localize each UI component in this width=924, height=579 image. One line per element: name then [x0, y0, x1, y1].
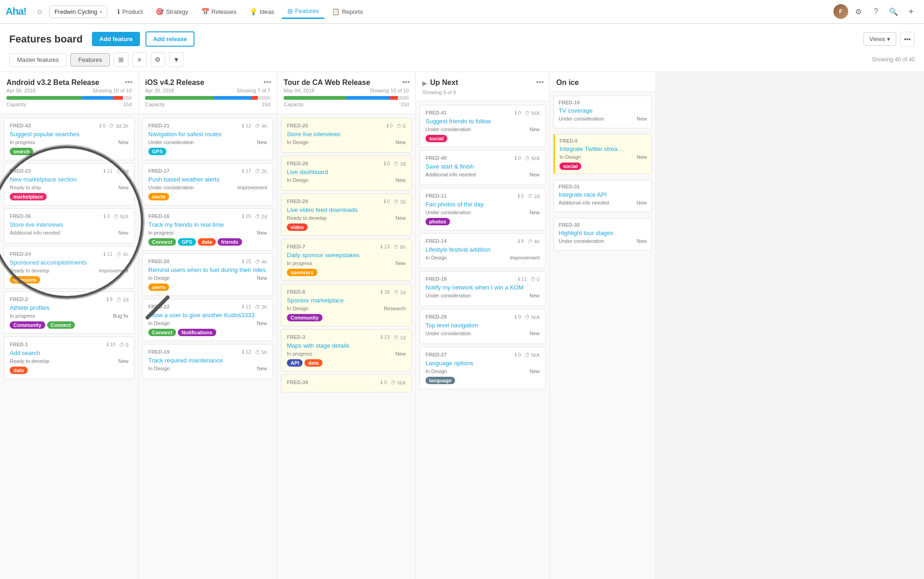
card-fred-14[interactable]: FRED-14 ℹ 8 ⏱ 4h Lifestyle festival addi…: [419, 233, 546, 268]
user-avatar[interactable]: F: [833, 4, 848, 19]
list-view-icon[interactable]: ≡: [132, 52, 147, 67]
card-title[interactable]: Save start & finish: [426, 163, 540, 170]
nav-product[interactable]: ℹ Product: [112, 5, 148, 18]
tab-master-features[interactable]: Master features: [9, 53, 67, 66]
card-fred-31[interactable]: FRED-31 Integrate race API Additional in…: [553, 180, 652, 212]
card-title[interactable]: Sponsored accomplishments: [10, 259, 128, 266]
column-more-tour[interactable]: •••: [402, 78, 410, 86]
card-fred-20[interactable]: FRED-20 ℹ 15 ⏱ 4h Remind users when to f…: [142, 253, 273, 296]
column-collapse-upnext[interactable]: ▶: [422, 79, 427, 87]
card-title[interactable]: Notify my network when I win a KOM: [426, 284, 540, 291]
card-fred-21[interactable]: FRED-21 ℹ 12 ⏱ 4h Navigation for safest …: [142, 118, 273, 160]
tag-social[interactable]: social: [559, 163, 581, 170]
tag-community[interactable]: Community: [10, 321, 45, 329]
column-more-ios[interactable]: •••: [263, 78, 271, 86]
card-fred-23[interactable]: FRED-23 ℹ 11 ⏱ 2d New marketplace sectio…: [4, 163, 134, 205]
card-title[interactable]: Add search: [10, 350, 128, 356]
grid-view-icon[interactable]: ⊞: [114, 52, 128, 67]
card-title[interactable]: Language options: [426, 360, 540, 367]
column-more-android[interactable]: •••: [125, 78, 133, 86]
column-more-upnext[interactable]: •••: [536, 78, 544, 86]
card-fred-8[interactable]: FRED-8 ℹ 18 ⏱ 2d Sponsor marketplace In …: [281, 284, 412, 326]
card-fred-40[interactable]: FRED-40 ℹ 0 ⏱ N/A Save start & finish Ad…: [419, 150, 546, 185]
tag-photos[interactable]: photos: [426, 218, 450, 225]
nav-reports[interactable]: 📋 Reports: [326, 5, 369, 18]
card-fred-24[interactable]: FRED-24 ℹ 11 ⏱ 4h Sponsored accomplishme…: [4, 246, 134, 289]
tag-api[interactable]: API: [287, 359, 303, 367]
card-fred-39[interactable]: FRED-39 ℹ 0 ⏱ N/A: [281, 374, 412, 392]
add-icon[interactable]: +: [904, 4, 918, 19]
card-title[interactable]: Suggest friends to follow: [426, 118, 540, 125]
card-title[interactable]: Highlight tour stages: [559, 229, 647, 236]
card-title[interactable]: Suggest popular searches: [10, 131, 128, 138]
card-title[interactable]: Push based weather alerts: [148, 176, 267, 183]
tag-data[interactable]: data: [10, 367, 28, 374]
card-title[interactable]: Integrate Twitter strea…: [559, 145, 647, 152]
card-fred-22[interactable]: FRED-22 ℹ 11 ⏱ 3h Allow a user to give a…: [142, 299, 273, 341]
card-fred-36[interactable]: FRED-36 ℹ 0 ⏱ N/A Store live interviews …: [4, 208, 134, 243]
card-fred-17[interactable]: FRED-17 ℹ 17 ⏱ 2h Push based weather ale…: [142, 163, 273, 205]
card-title[interactable]: Allow a user to give another Kudos3333: [148, 312, 267, 319]
card-title[interactable]: Navigation for safest routes: [148, 131, 267, 138]
views-button[interactable]: Views ▾: [863, 32, 896, 46]
tab-features[interactable]: Features: [70, 53, 109, 66]
tag-social[interactable]: social: [426, 135, 447, 142]
card-fred-27[interactable]: FRED-27 ℹ 0 ⏱ N/A Language options In De…: [419, 347, 546, 389]
more-options-button[interactable]: •••: [900, 32, 915, 47]
home-button[interactable]: ⌂: [32, 4, 48, 19]
tag-language[interactable]: language: [426, 377, 455, 384]
tag-friends[interactable]: friends: [218, 238, 242, 246]
search-icon[interactable]: 🔍: [886, 4, 901, 19]
nav-ideas[interactable]: 💡 Ideas: [244, 5, 280, 18]
card-title[interactable]: Live video feed downloads: [287, 206, 406, 213]
tag-sponsors[interactable]: sponsors: [287, 269, 317, 276]
card-title[interactable]: Integrate race API: [559, 191, 647, 198]
card-title[interactable]: Track my friends in real-time: [148, 221, 267, 228]
card-title[interactable]: Remind users when to fuel during their r…: [148, 266, 267, 273]
card-fred-28[interactable]: FRED-28 ℹ 0 ⏱ N/A Top level navigation U…: [419, 309, 546, 344]
tag-connect[interactable]: Connect: [47, 321, 75, 329]
tag-video[interactable]: video: [287, 223, 308, 231]
settings-icon[interactable]: ⚙: [851, 4, 866, 19]
card-fred-25[interactable]: FRED-25 ℹ 0 ⏱ 0 Store live interviews In…: [281, 118, 412, 153]
tag-connect[interactable]: Connect: [148, 329, 176, 336]
tag-search[interactable]: search: [10, 148, 33, 155]
tag-community[interactable]: Community: [287, 314, 322, 321]
card-title[interactable]: Sponsor marketplace: [287, 297, 406, 304]
nav-releases[interactable]: 📅 Releases: [196, 5, 242, 18]
settings-filter-icon[interactable]: ⚙: [151, 52, 165, 67]
tag-gps[interactable]: GPS: [178, 238, 196, 246]
card-fred-18[interactable]: FRED-18 ℹ 11 ⏱ 0 Notify my network when …: [419, 271, 546, 306]
tag-alerts[interactable]: alerts: [148, 283, 169, 291]
tag-data[interactable]: data: [198, 238, 216, 246]
nav-strategy[interactable]: 🎯 Strategy: [150, 5, 194, 18]
tag-alerts[interactable]: alerts: [148, 193, 169, 200]
card-fred-10[interactable]: FRED-10 TV coverage Under consideration …: [553, 96, 652, 128]
card-title[interactable]: Maps with stage details: [287, 342, 406, 349]
card-fred-11[interactable]: FRED-11 ℹ 0 ⏱ 2d Fan photos of the day U…: [419, 188, 546, 230]
tag-connect[interactable]: Connect: [148, 238, 176, 246]
card-title[interactable]: Lifestyle festival addition: [426, 246, 540, 253]
card-title[interactable]: TV coverage: [559, 107, 647, 114]
card-title[interactable]: Live dashboard: [287, 169, 406, 175]
card-fred-29[interactable]: FRED-29 ℹ 0 ⏱ 3d Live video feed downloa…: [281, 193, 412, 236]
nav-features[interactable]: ⊞ Features: [282, 5, 324, 19]
card-fred-19[interactable]: FRED-19 ℹ 12 ⏱ 5h Track required mainten…: [142, 344, 273, 379]
tag-notifications[interactable]: Notifications: [178, 329, 216, 336]
card-fred-43[interactable]: FRED-43 ℹ 0 ⏱ 3d 2h Suggest popular sear…: [4, 118, 134, 160]
add-release-button[interactable]: Add release: [146, 31, 195, 47]
card-title[interactable]: Store live interviews: [10, 221, 128, 228]
card-fred-7[interactable]: FRED-7 ℹ 13 ⏱ 6h Daily sponsor sweepstak…: [281, 239, 412, 281]
card-fred-1[interactable]: FRED-1 ℹ 10 ⏱ 0 Add search Ready to deve…: [4, 337, 134, 379]
tag-data[interactable]: data: [304, 359, 322, 367]
card-fred-3[interactable]: FRED-3 ℹ 13 ⏱ 1d Maps with stage details…: [281, 329, 412, 372]
help-icon[interactable]: ?: [869, 4, 883, 19]
card-fred-26[interactable]: FRED-26 ℹ 0 ⏱ 3d Live dashboard In Desig…: [281, 156, 412, 191]
tag-gps[interactable]: GPS: [148, 148, 166, 155]
card-title[interactable]: Athlete profiles: [10, 304, 128, 311]
card-fred-41[interactable]: FRED-41 ℹ 0 ⏱ N/A Suggest friends to fol…: [419, 105, 546, 147]
tag-marketplace[interactable]: marketplace: [10, 193, 47, 200]
workspace-selector[interactable]: Fredwin Cycling ▾: [49, 6, 107, 18]
card-title[interactable]: Daily sponsor sweepstakes: [287, 252, 406, 259]
filter-icon[interactable]: ▼: [169, 52, 184, 67]
